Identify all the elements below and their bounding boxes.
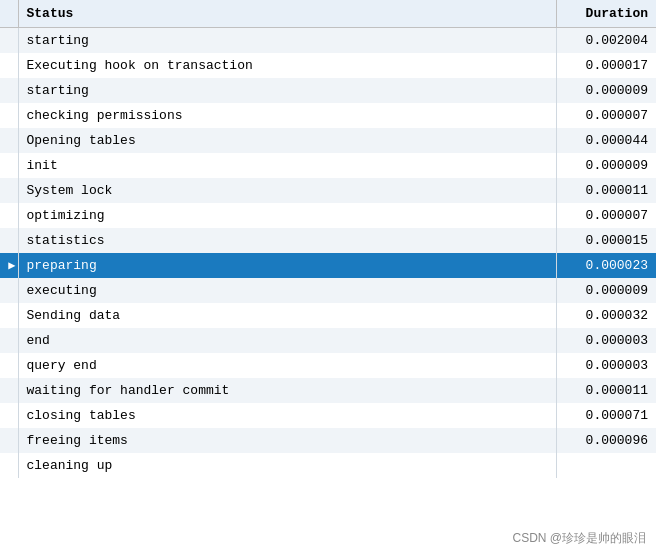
row-duration	[556, 453, 656, 478]
table-row[interactable]: Sending data0.000032	[0, 303, 656, 328]
row-duration: 0.000096	[556, 428, 656, 453]
table-row[interactable]: Executing hook on transaction0.000017	[0, 53, 656, 78]
row-status: freeing items	[18, 428, 556, 453]
row-indicator	[0, 178, 18, 203]
profile-table-container: Status Duration starting0.002004Executin…	[0, 0, 656, 555]
row-status: end	[18, 328, 556, 353]
row-indicator: ▶	[0, 253, 18, 278]
row-duration: 0.000023	[556, 253, 656, 278]
row-duration: 0.000011	[556, 378, 656, 403]
status-header: Status	[18, 0, 556, 28]
table-row[interactable]: System lock0.000011	[0, 178, 656, 203]
row-status: Opening tables	[18, 128, 556, 153]
row-indicator	[0, 353, 18, 378]
table-row[interactable]: end0.000003	[0, 328, 656, 353]
row-duration: 0.000044	[556, 128, 656, 153]
table-row[interactable]: optimizing0.000007	[0, 203, 656, 228]
table-row[interactable]: freeing items0.000096	[0, 428, 656, 453]
table-row[interactable]: executing0.000009	[0, 278, 656, 303]
row-duration: 0.000071	[556, 403, 656, 428]
row-duration: 0.000003	[556, 328, 656, 353]
row-status: cleaning up	[18, 453, 556, 478]
row-status: statistics	[18, 228, 556, 253]
watermark-text: CSDN @珍珍是帅的眼泪	[512, 530, 646, 547]
row-status: starting	[18, 78, 556, 103]
row-duration: 0.000009	[556, 153, 656, 178]
duration-header: Duration	[556, 0, 656, 28]
table-row[interactable]: statistics0.000015	[0, 228, 656, 253]
row-status: Sending data	[18, 303, 556, 328]
indicator-header	[0, 0, 18, 28]
table-row[interactable]: ▶preparing0.000023	[0, 253, 656, 278]
table-row[interactable]: checking permissions0.000007	[0, 103, 656, 128]
row-indicator	[0, 103, 18, 128]
row-status: query end	[18, 353, 556, 378]
table-row[interactable]: cleaning up	[0, 453, 656, 478]
row-status: waiting for handler commit	[18, 378, 556, 403]
table-row[interactable]: starting0.002004	[0, 28, 656, 54]
row-status: preparing	[18, 253, 556, 278]
row-status: checking permissions	[18, 103, 556, 128]
row-duration: 0.000011	[556, 178, 656, 203]
table-row[interactable]: closing tables0.000071	[0, 403, 656, 428]
row-indicator	[0, 278, 18, 303]
row-status: closing tables	[18, 403, 556, 428]
row-status: Executing hook on transaction	[18, 53, 556, 78]
row-duration: 0.000032	[556, 303, 656, 328]
row-indicator	[0, 303, 18, 328]
row-duration: 0.000007	[556, 103, 656, 128]
row-status: executing	[18, 278, 556, 303]
table-row[interactable]: query end0.000003	[0, 353, 656, 378]
table-row[interactable]: init0.000009	[0, 153, 656, 178]
row-duration: 0.000009	[556, 78, 656, 103]
table-row[interactable]: starting0.000009	[0, 78, 656, 103]
table-row[interactable]: waiting for handler commit0.000011	[0, 378, 656, 403]
row-indicator	[0, 128, 18, 153]
row-duration: 0.000007	[556, 203, 656, 228]
profile-table: Status Duration starting0.002004Executin…	[0, 0, 656, 478]
row-duration: 0.000017	[556, 53, 656, 78]
row-status: optimizing	[18, 203, 556, 228]
row-indicator	[0, 78, 18, 103]
row-indicator	[0, 28, 18, 54]
row-indicator	[0, 428, 18, 453]
table-row[interactable]: Opening tables0.000044	[0, 128, 656, 153]
row-duration: 0.002004	[556, 28, 656, 54]
row-indicator	[0, 328, 18, 353]
row-indicator	[0, 378, 18, 403]
table-body: starting0.002004Executing hook on transa…	[0, 28, 656, 479]
row-indicator	[0, 203, 18, 228]
row-status: init	[18, 153, 556, 178]
row-indicator	[0, 153, 18, 178]
row-indicator	[0, 453, 18, 478]
row-duration: 0.000015	[556, 228, 656, 253]
table-header-row: Status Duration	[0, 0, 656, 28]
row-indicator	[0, 403, 18, 428]
row-indicator	[0, 53, 18, 78]
row-status: starting	[18, 28, 556, 54]
row-indicator	[0, 228, 18, 253]
row-duration: 0.000009	[556, 278, 656, 303]
row-duration: 0.000003	[556, 353, 656, 378]
row-status: System lock	[18, 178, 556, 203]
